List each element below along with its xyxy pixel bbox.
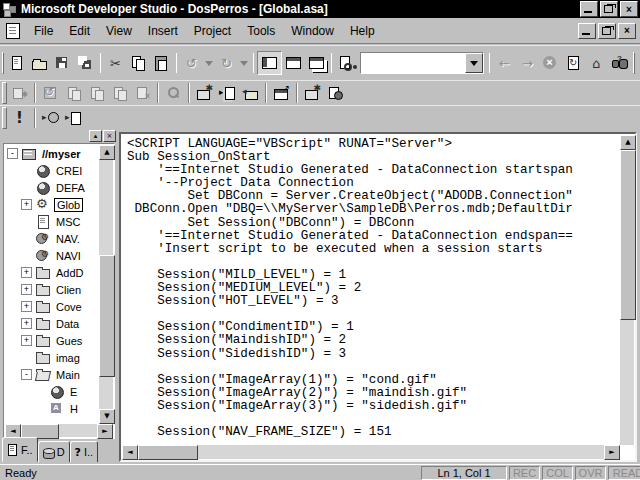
scroll-right-icon[interactable]: ► bbox=[604, 445, 620, 460]
tree-item[interactable]: H bbox=[5, 400, 99, 417]
release-working-copy-button[interactable] bbox=[85, 83, 108, 103]
redo-button[interactable]: ↻ bbox=[215, 52, 238, 74]
developer-studio-app-icon[interactable] bbox=[3, 3, 17, 16]
tree-item[interactable]: DEFA bbox=[5, 179, 99, 196]
tree-item[interactable]: imag bbox=[5, 349, 99, 366]
tree-expander[interactable]: + bbox=[21, 267, 32, 278]
child-close-icon[interactable]: × bbox=[618, 23, 636, 39]
properties-window-button[interactable] bbox=[270, 83, 293, 103]
debug-step-button[interactable] bbox=[62, 108, 85, 128]
close-icon[interactable]: × bbox=[620, 1, 638, 17]
editor-vertical-scrollbar[interactable]: ▲ ▼ bbox=[620, 135, 634, 445]
save-button[interactable] bbox=[51, 52, 74, 74]
menu-view[interactable]: View bbox=[98, 21, 140, 41]
tree-item[interactable]: E bbox=[5, 383, 99, 400]
scroll-down-icon[interactable]: ▼ bbox=[99, 409, 115, 424]
tree-expander[interactable]: - bbox=[21, 369, 32, 380]
search-the-web-button[interactable] bbox=[335, 52, 358, 74]
menu-help[interactable]: Help bbox=[342, 21, 383, 41]
tree-item[interactable]: - Main bbox=[5, 366, 99, 383]
home-button[interactable]: ⌂ bbox=[585, 52, 608, 74]
stop-button[interactable] bbox=[539, 52, 562, 74]
copy-files-button[interactable] bbox=[62, 83, 85, 103]
discard-changes-button[interactable] bbox=[131, 83, 154, 103]
tree-item[interactable]: + Gues bbox=[5, 332, 99, 349]
undo-dropdown[interactable] bbox=[203, 52, 215, 74]
tab-infoview[interactable]: ? I.. bbox=[70, 441, 99, 462]
scroll-right-icon[interactable]: ► bbox=[97, 424, 113, 439]
redo-dropdown[interactable] bbox=[238, 52, 250, 74]
preview-in-browser-button[interactable] bbox=[193, 83, 216, 103]
tree-expander[interactable]: + bbox=[21, 335, 32, 346]
tree-item[interactable]: MSC bbox=[5, 213, 99, 230]
tree-expander[interactable]: + bbox=[21, 301, 32, 312]
scrollbar-thumb[interactable] bbox=[620, 150, 636, 320]
scrollbar-thumb[interactable] bbox=[138, 445, 198, 460]
document-system-icon[interactable] bbox=[6, 23, 20, 39]
toolbar-gripper[interactable] bbox=[2, 52, 4, 74]
toggle-project-workspace-button[interactable] bbox=[257, 51, 282, 75]
cascade-windows-button[interactable] bbox=[305, 52, 328, 74]
link-view-button[interactable] bbox=[162, 83, 185, 103]
search-button[interactable] bbox=[608, 52, 631, 74]
get-working-copy-button[interactable] bbox=[8, 83, 31, 103]
synchronize-files-button[interactable] bbox=[39, 83, 62, 103]
copy-button[interactable] bbox=[127, 52, 150, 74]
debug-go-button[interactable] bbox=[39, 108, 62, 128]
tab-dataview[interactable]: D bbox=[38, 441, 70, 462]
insert-into-web-button[interactable] bbox=[216, 83, 239, 103]
menu-tools[interactable]: Tools bbox=[239, 21, 283, 41]
restore-icon[interactable] bbox=[600, 1, 618, 17]
menu-project[interactable]: Project bbox=[186, 21, 239, 41]
back-button[interactable]: ← bbox=[493, 52, 516, 74]
url-input[interactable] bbox=[361, 53, 465, 73]
menu-edit[interactable]: Edit bbox=[61, 21, 98, 41]
toolbar-gripper[interactable] bbox=[2, 107, 7, 129]
child-restore-icon[interactable] bbox=[598, 23, 616, 39]
new-document-button[interactable] bbox=[5, 52, 28, 74]
open-with-editor-button[interactable] bbox=[239, 83, 262, 103]
execute-button[interactable]: ! bbox=[8, 108, 31, 128]
menu-insert[interactable]: Insert bbox=[140, 21, 186, 41]
new-item-button[interactable] bbox=[301, 83, 324, 103]
toolbar-gripper[interactable] bbox=[2, 82, 7, 104]
tree-item[interactable]: + AddD bbox=[5, 264, 99, 281]
forward-button[interactable]: → bbox=[516, 52, 539, 74]
open-button[interactable] bbox=[28, 52, 51, 74]
pane-collapse-button[interactable]: ▴ bbox=[89, 130, 102, 142]
tree-horizontal-scrollbar[interactable]: ◄ ► bbox=[5, 424, 113, 437]
clipped-toolbar-button[interactable] bbox=[636, 52, 640, 74]
tree-item[interactable]: NAVI bbox=[5, 247, 99, 264]
tree-expander[interactable]: - bbox=[7, 148, 18, 159]
pane-close-button[interactable]: × bbox=[103, 130, 116, 142]
paste-button[interactable] bbox=[150, 52, 173, 74]
scroll-up-icon[interactable]: ▲ bbox=[99, 145, 115, 160]
tree-expander[interactable]: + bbox=[21, 318, 32, 329]
undo-button[interactable]: ↺ bbox=[180, 52, 203, 74]
toggle-infoviewer-button[interactable] bbox=[282, 52, 305, 74]
toolbar-gripper[interactable] bbox=[633, 52, 635, 74]
code-area[interactable]: <SCRIPT LANGUAGE="VBScript" RUNAT="Serve… bbox=[127, 138, 619, 445]
update-links-button[interactable] bbox=[108, 83, 131, 103]
editor-horizontal-scrollbar[interactable]: ◄ ► bbox=[122, 445, 620, 459]
tree-expander[interactable]: + bbox=[21, 284, 32, 295]
scroll-up-icon[interactable]: ▲ bbox=[620, 135, 636, 150]
tree-item[interactable]: - //myser bbox=[5, 145, 99, 162]
child-minimize-icon[interactable] bbox=[578, 23, 596, 39]
minimize-icon[interactable] bbox=[580, 1, 598, 17]
tree-item[interactable]: + Data bbox=[5, 315, 99, 332]
scroll-left-icon[interactable]: ◄ bbox=[122, 445, 138, 460]
scrollbar-thumb[interactable] bbox=[99, 255, 115, 377]
cut-button[interactable]: ✂ bbox=[104, 52, 127, 74]
tree-item[interactable]: + Glob bbox=[5, 196, 99, 213]
save-all-button[interactable] bbox=[74, 52, 97, 74]
tree-item[interactable]: + Cove bbox=[5, 298, 99, 315]
tree-item[interactable]: CREI bbox=[5, 162, 99, 179]
combobox-dropdown-button[interactable] bbox=[465, 53, 483, 73]
copy-web-button[interactable] bbox=[324, 83, 347, 103]
tree-item[interactable]: NAV. bbox=[5, 230, 99, 247]
refresh-button[interactable] bbox=[562, 52, 585, 74]
tab-fileview[interactable]: F.. bbox=[2, 437, 38, 462]
tree-item[interactable]: + Clien bbox=[5, 281, 99, 298]
tree-expander[interactable]: + bbox=[21, 199, 32, 210]
